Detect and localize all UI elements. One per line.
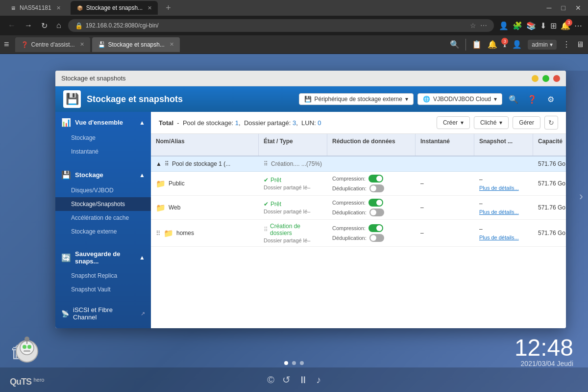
pool-capacity-cell: 571.76 Go — [533, 157, 566, 171]
pool-expand-icon[interactable]: ▲ — [156, 160, 162, 167]
iscsi-icon: 📡 — [61, 310, 69, 317]
app-tab-2[interactable]: 💾 Stockage et snapsh... ✕ — [92, 37, 180, 52]
pool-capacity-text: 571.76 Go — [538, 160, 565, 167]
manage-button[interactable]: Gérer — [513, 116, 540, 129]
user-button[interactable]: admin ▾ — [528, 40, 557, 50]
app-tab-1[interactable]: ❓ Centre d'assist... ✕ — [15, 37, 90, 52]
topbar-right-icons: 🔍 📋 🔔 ℹ 3 👤 admin ▾ ⋮ 🖥 — [450, 39, 584, 51]
dot-2[interactable] — [292, 361, 296, 365]
sidebar: 📊 Vue d'ensemble ▲ Stockage Instantané 💾… — [55, 112, 151, 328]
home-btn[interactable]: ⌂ — [54, 20, 63, 31]
user-icon[interactable]: 👤 — [512, 40, 522, 49]
robot-widget[interactable] — [10, 329, 44, 365]
search-icon[interactable]: 🔍 — [450, 40, 460, 49]
downloads-icon[interactable]: ⬇ — [540, 21, 546, 30]
sidebar-header-storage[interactable]: 💾 Stockage ▲ — [55, 166, 151, 183]
browser-tab-1[interactable]: 🖥 NAS541181 ✕ — [4, 1, 67, 15]
sync-icon[interactable]: 🔔 3 — [561, 21, 570, 30]
info-icon[interactable]: ℹ 3 — [503, 40, 506, 49]
win-maximize-btn[interactable]: + — [542, 75, 549, 82]
pool-dots-icon: ⠿ — [165, 160, 169, 167]
status-sub-web: Dossier partagé lé– — [264, 209, 322, 214]
window-titlebar: Stockage et snapshots ─ + ✕ — [55, 71, 566, 86]
sidebar-link-hybridmount[interactable]: 🔗 HybridMount ↗ — [55, 325, 151, 328]
address-input-container[interactable]: 🔒 192.168.0.252:8080/cgi-bin/ ☆ ⋯ — [68, 19, 494, 32]
sidebar-item-vault[interactable]: Snapshot Vault — [55, 283, 151, 296]
win-minimize-btn[interactable]: ─ — [532, 75, 539, 82]
folder-icon-public: 📁 — [156, 179, 166, 188]
vjbod-dropdown[interactable]: 🌐 VJBOD/VJBOD Cloud ▾ — [417, 93, 502, 105]
more-menu-icon[interactable]: ⋮ — [563, 40, 570, 49]
dedup-toggle-web[interactable] — [369, 209, 384, 216]
sidebar-item-externe[interactable]: Stockage externe — [55, 225, 151, 238]
details-link-public[interactable]: Plus de détails... — [479, 185, 528, 191]
dots-navigation — [284, 361, 304, 365]
maximize-btn[interactable]: □ — [559, 3, 568, 13]
sidebar-header-overview[interactable]: 📊 Vue d'ensemble ▲ — [55, 114, 151, 131]
taskbar-icon-1[interactable]: © — [267, 374, 274, 386]
refresh-btn[interactable]: ↻ — [39, 20, 49, 31]
snapshot-button[interactable]: Cliché ▾ — [474, 116, 509, 129]
create-button[interactable]: Créer ▾ — [437, 116, 470, 129]
chevron-right-nav[interactable]: › — [579, 189, 583, 203]
dot-3[interactable] — [300, 361, 304, 365]
profile-icon[interactable]: 👤 — [499, 21, 509, 30]
hamburger-btn[interactable]: ≡ — [4, 39, 9, 50]
sidebar-item-instantane[interactable]: Instantané — [55, 145, 151, 158]
address-text: 192.168.0.252:8080/cgi-bin/ — [86, 22, 159, 29]
app-tab2-close[interactable]: ✕ — [170, 41, 174, 48]
compression-cell-homes: Compression: Déduplication: — [332, 224, 411, 242]
status-main-public: Prêt — [270, 177, 281, 183]
sidebar-header-backup[interactable]: 🔄 Sauvegarde de snaps... ▲ — [55, 246, 151, 269]
display-icon[interactable]: 🖥 — [576, 40, 584, 49]
tab1-close[interactable]: ✕ — [56, 5, 61, 11]
instant-text-homes: – — [420, 230, 424, 236]
sidebar-item-stockage-snapshots[interactable]: Stockage/Snapshots — [55, 197, 151, 211]
refresh-button[interactable]: ↻ — [544, 116, 558, 130]
win-close-btn[interactable]: ✕ — [553, 75, 560, 82]
tab2-close[interactable]: ✕ — [147, 5, 152, 11]
sidebar-item-acceleration[interactable]: Accélération de cache — [55, 211, 151, 225]
details-link-web[interactable]: Plus de détails... — [479, 209, 528, 215]
dedup-toggle-homes[interactable] — [369, 234, 384, 242]
back-btn[interactable]: ← — [6, 20, 18, 31]
settings-search-icon[interactable]: 🔍 — [506, 92, 521, 106]
gear-icon[interactable]: ⚙ — [543, 92, 558, 106]
overview-chevron: ▲ — [139, 119, 145, 126]
history-icon[interactable]: 📚 — [526, 21, 536, 30]
pool-instant-cell — [416, 160, 474, 168]
details-link-homes[interactable]: Plus de détails... — [479, 235, 528, 240]
alerts-icon[interactable]: 🔔 — [488, 40, 497, 49]
app-tab1-close[interactable]: ✕ — [80, 41, 84, 48]
apps-icon[interactable]: ⊞ — [550, 21, 557, 30]
sidebar-item-replica[interactable]: Snapshot Replica — [55, 269, 151, 283]
help-icon[interactable]: ❓ — [525, 92, 539, 106]
compression-toggle-web[interactable] — [368, 199, 383, 207]
extensions-icon[interactable]: 🧩 — [513, 21, 522, 30]
sidebar-link-iscsi[interactable]: 📡 iSCSI et Fibre Channel ↗ — [55, 302, 151, 325]
sidebar-item-stockage[interactable]: Stockage — [55, 131, 151, 145]
dot-1[interactable] — [284, 361, 288, 365]
taskbar-icon-3[interactable]: ⏸ — [298, 374, 308, 386]
extension-icon[interactable]: ⋯ — [480, 22, 487, 29]
dedup-toggle-public[interactable] — [369, 184, 384, 192]
compression-toggle-homes[interactable] — [368, 224, 383, 232]
compression-cell-web: Compression: Déduplication: — [332, 199, 411, 216]
taskbar-icon-2[interactable]: ↺ — [282, 374, 291, 386]
notification-badge: 3 — [565, 19, 572, 26]
more-icon[interactable]: ⋯ — [574, 21, 582, 30]
storage-device-dropdown[interactable]: 💾 Périphérique de stockage externe ▾ — [299, 93, 414, 105]
compression-toggle-public[interactable] — [368, 175, 383, 183]
taskbar-icon-4[interactable]: ♪ — [316, 374, 321, 386]
bookmark-icon[interactable]: ☆ — [470, 22, 476, 29]
minimize-btn[interactable]: ─ — [544, 3, 555, 13]
close-btn[interactable]: ✕ — [572, 3, 584, 13]
pool-reduction-cell — [327, 160, 416, 168]
storage-chevron: ▲ — [139, 172, 145, 179]
table-row: 📁 Web ✔ Prêt Dossier partagé lé– — [151, 196, 566, 220]
new-tab-button[interactable]: + — [162, 1, 175, 15]
browser-tab-2[interactable]: 📦 Stockage et snapsh... ✕ — [71, 1, 158, 15]
sidebar-item-disques[interactable]: Disques/VJBOD — [55, 183, 151, 197]
forward-btn[interactable]: → — [23, 20, 34, 31]
tasks-icon[interactable]: 📋 — [472, 40, 482, 49]
